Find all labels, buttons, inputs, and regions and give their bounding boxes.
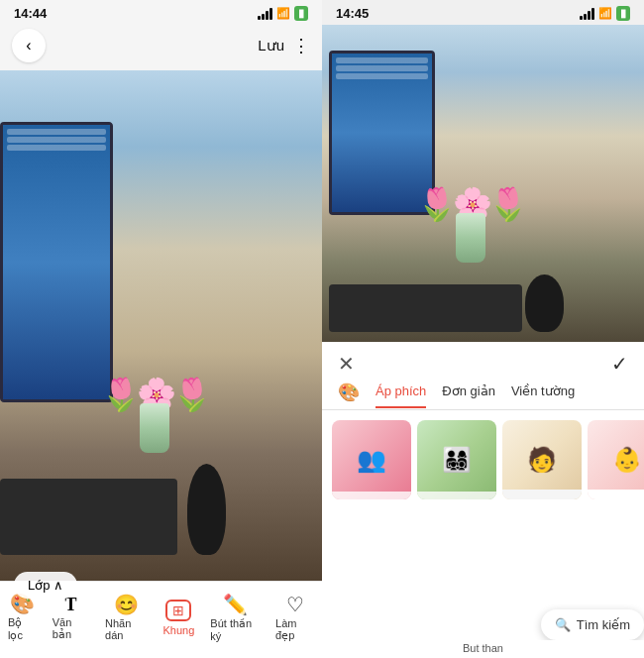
toolbar-frame[interactable]: ⊞ Khung: [156, 596, 203, 640]
tab-don-gian[interactable]: Đơn giản: [442, 384, 495, 406]
left-battery-icon: ▮: [294, 6, 308, 21]
frame-icon: ⊞: [165, 600, 191, 621]
tab-ap-phich[interactable]: Áp phích: [376, 384, 426, 408]
mouse-right: [525, 274, 564, 332]
mouse-left: [187, 464, 226, 556]
text-label: Văn bản: [53, 616, 89, 641]
screen-bar-1: [7, 129, 106, 135]
brush-label: Bút thần ký: [210, 617, 260, 642]
right-battery-icon: ▮: [616, 6, 630, 21]
frame-item-2[interactable]: 👨‍👩‍👧‍👦: [417, 420, 496, 499]
screen-bar-r2: [336, 65, 428, 71]
toolbar-beauty[interactable]: ♡ Làm đẹp: [268, 591, 322, 646]
screen-bar-2: [7, 137, 106, 143]
frame-bottom-strip-2: [417, 492, 496, 499]
left-panel: 14:44 📶 ▮ ‹ Lưu ⋮: [0, 0, 322, 658]
more-button[interactable]: ⋮: [292, 35, 310, 56]
brush-icon: ✏️: [223, 595, 248, 614]
toolbar-sticker[interactable]: 😊 Nhãn dán: [97, 591, 155, 645]
frame-item-3[interactable]: 🧑: [502, 420, 582, 499]
keyboard-left: [0, 479, 177, 555]
left-status-bar: 14:44 📶 ▮: [0, 0, 322, 25]
left-image-area: 🌷🌸🌷: [0, 70, 322, 581]
right-panel: 14:45 📶 ▮ 🌷🌸🌷: [322, 0, 644, 658]
keyboard-right: [329, 284, 522, 332]
right-signal-icon: [580, 8, 594, 20]
frame-people-4: 👶: [612, 446, 642, 474]
search-icon: 🔍: [555, 617, 571, 632]
vase-body-left: [140, 403, 169, 453]
right-time: 14:45: [336, 6, 369, 21]
beauty-label: Làm đẹp: [275, 617, 314, 642]
frame-people-3: 🧑: [527, 446, 557, 474]
monitor-left: [0, 122, 113, 402]
left-header: ‹ Lưu ⋮: [0, 25, 322, 70]
layer-chevron-icon: ∧: [54, 578, 63, 593]
right-status-bar: 14:45 📶 ▮: [322, 0, 644, 25]
tab-vien-tuong[interactable]: Viền tường: [511, 384, 575, 406]
left-status-icons: 📶 ▮: [258, 6, 308, 21]
frame-people-2: 👨‍👩‍👧‍👦: [442, 446, 472, 474]
screen-bar-r3: [336, 73, 428, 79]
left-signal-icon: [258, 8, 272, 20]
right-status-icons: 📶 ▮: [580, 6, 630, 21]
frame-bottom-strip-3: [502, 490, 582, 499]
back-button[interactable]: ‹: [12, 29, 46, 62]
filter-label: Bộ lọc: [8, 616, 37, 642]
screen-bar-r1: [336, 57, 428, 63]
sticker-label: Nhãn dán: [105, 617, 147, 641]
frame-item-4[interactable]: 👶 ❤️: [588, 420, 644, 499]
left-time: 14:44: [14, 6, 47, 21]
but-than-area: But than: [322, 640, 644, 658]
right-action-bar: ✕ ✓: [322, 342, 644, 382]
frame-bottom-strip-4: [588, 490, 644, 499]
flower-vase-left: 🌷🌸🌷: [123, 96, 187, 454]
frame-label: Khung: [163, 624, 195, 636]
header-right: Lưu ⋮: [258, 35, 310, 56]
flower-vase-right: 🌷🌸🌷: [435, 35, 506, 263]
beauty-icon: ♡: [286, 595, 304, 614]
right-tabs: 🎨 Áp phích Đơn giản Viền tường: [322, 382, 644, 410]
screen-bar-3: [7, 145, 106, 151]
close-button[interactable]: ✕: [338, 352, 355, 376]
confirm-button[interactable]: ✓: [611, 352, 628, 376]
right-wifi-icon: 📶: [598, 7, 612, 20]
save-button[interactable]: Lưu: [258, 37, 284, 55]
toolbar-brush[interactable]: ✏️ Bút thần ký: [202, 591, 268, 646]
search-button[interactable]: 🔍 Tìm kiếm: [541, 609, 644, 640]
monitor-screen-left: [3, 125, 110, 399]
vase-body-right: [456, 213, 485, 263]
tab-filter-icon[interactable]: 🎨: [338, 382, 360, 409]
right-image-area: 🌷🌸🌷: [322, 25, 644, 342]
but-than-label: But than: [463, 642, 503, 654]
left-wifi-icon: 📶: [276, 7, 290, 20]
frame-bottom-strip-1: [332, 492, 411, 499]
toolbar-text[interactable]: T Văn bản: [45, 592, 97, 645]
search-label: Tìm kiếm: [577, 617, 630, 632]
layer-button[interactable]: Lớp ∧: [14, 572, 77, 599]
frame-item-1[interactable]: 👥: [332, 420, 411, 499]
frame-people-1: 👥: [357, 446, 386, 474]
layer-label: Lớp: [28, 578, 50, 593]
right-bottom-area: ✕ ✓ 🎨 Áp phích Đơn giản Viền tường 👥 👨‍👩: [322, 342, 644, 659]
frames-grid: 👥 👨‍👩‍👧‍👦 🧑: [322, 410, 644, 641]
sticker-icon: 😊: [114, 595, 139, 614]
